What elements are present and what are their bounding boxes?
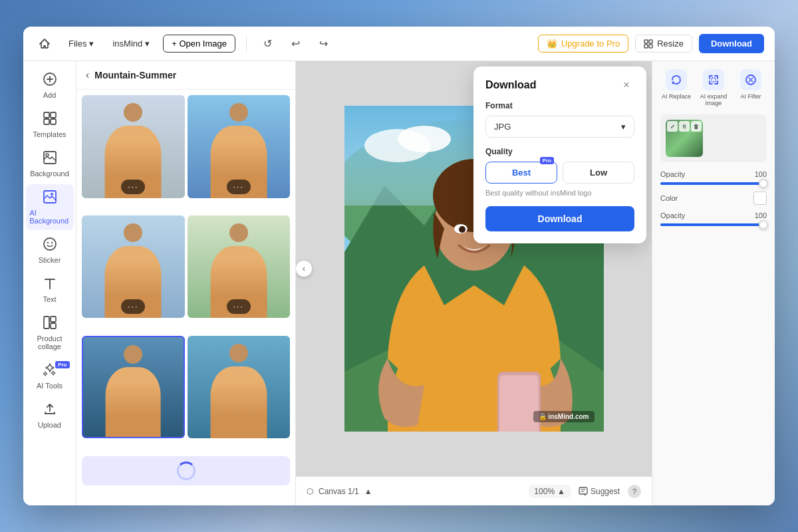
sidebar-item-label: Text <box>43 295 56 303</box>
rotate-button[interactable]: ↺ <box>257 34 277 54</box>
upgrade-to-pro-button[interactable]: 👑 Upgrade to Pro <box>538 35 628 53</box>
svg-rect-0 <box>644 40 648 43</box>
copy-thumb-icon[interactable]: ⎘ <box>679 121 690 132</box>
sidebar-item-label: Add <box>43 91 57 99</box>
sidebar-item-label: AI Background <box>30 209 70 225</box>
undo-button[interactable]: ↩ <box>285 34 305 54</box>
list-item[interactable] <box>188 336 291 439</box>
zoom-control[interactable]: 100% ▲ <box>529 485 571 498</box>
color-label: Color <box>660 194 678 202</box>
modal-body: Format JPG ▾ Quality Pro Best <box>473 101 646 243</box>
ai-replace-icon <box>666 69 687 90</box>
opacity-slider-1[interactable] <box>660 182 767 185</box>
panel-title: Mountain-Summer <box>94 70 176 80</box>
opacity-row-2: Opacity 100 <box>660 211 767 226</box>
text-icon <box>43 276 57 293</box>
color-opacity-label: Opacity 100 <box>660 211 767 219</box>
sidebar-item-text[interactable]: Text <box>26 271 74 309</box>
svg-point-12 <box>46 154 49 156</box>
ismind-nav[interactable]: insMind ▾ <box>107 36 155 51</box>
sidebar-item-label: Upload <box>38 421 61 429</box>
zoom-level: 100% <box>534 487 555 496</box>
quality-low-button[interactable]: Low <box>563 162 634 184</box>
list-item[interactable]: ··· <box>188 215 291 319</box>
sidebar-item-label: Background <box>30 170 69 178</box>
files-nav[interactable]: Files ▾ <box>63 36 99 51</box>
opacity-slider-fill <box>660 182 767 185</box>
color-swatch[interactable] <box>753 192 767 205</box>
zoom-chevron-icon: ▲ <box>557 487 565 496</box>
sidebar-item-ai-tools[interactable]: Pro AI Tools <box>26 357 74 395</box>
color-opacity-slider[interactable] <box>660 223 767 226</box>
panel-collapse-button[interactable]: ‹ <box>296 261 312 277</box>
modal-title: Download <box>485 79 536 91</box>
list-item[interactable]: ··· <box>82 95 185 198</box>
sidebar-item-ai-background[interactable]: AI Background <box>26 184 74 230</box>
overlay-dots: ··· <box>121 299 145 314</box>
add-icon <box>43 72 57 88</box>
svg-rect-19 <box>44 317 49 329</box>
list-item[interactable]: ··· <box>82 215 185 319</box>
svg-rect-3 <box>649 45 652 48</box>
download-header-button[interactable]: Download <box>699 34 764 53</box>
svg-point-16 <box>51 242 52 243</box>
overlay-dots: ··· <box>227 180 251 194</box>
quality-best-button[interactable]: Pro Best <box>485 162 557 184</box>
opacity-label: Opacity 100 <box>660 170 767 178</box>
svg-point-15 <box>47 242 48 243</box>
opacity-slider-thumb[interactable] <box>759 179 768 188</box>
color-row: Color <box>660 192 767 205</box>
redo-button[interactable]: ↪ <box>313 34 333 54</box>
ai-tools-row: AI Replace AI expand image <box>660 69 767 106</box>
canvas-footer-left: ⬡ Canvas 1/1 ▲ <box>307 487 372 496</box>
list-item[interactable] <box>82 336 185 439</box>
svg-rect-7 <box>44 112 49 118</box>
svg-point-34 <box>459 226 466 233</box>
layers-icon[interactable]: ⬡ <box>307 487 313 496</box>
ai-replace-tool[interactable]: AI Replace <box>660 69 692 106</box>
resize-thumb-icon[interactable]: ⤢ <box>667 121 678 132</box>
quality-hint: Best quality without insMind logo <box>485 189 634 197</box>
upload-icon <box>43 402 57 418</box>
suggest-button[interactable]: Suggest <box>579 487 620 496</box>
resize-button[interactable]: Resize <box>635 35 692 53</box>
sidebar-item-label: AI Tools <box>37 382 63 390</box>
background-thumbnail[interactable]: ⤢ ⎘ 🗑 <box>666 120 703 157</box>
header-left: Files ▾ insMind ▾ + Open Image ↺ ↩ ↪ <box>34 33 530 55</box>
svg-rect-2 <box>644 45 648 48</box>
format-select[interactable]: JPG ▾ <box>485 116 634 138</box>
ai-filter-tool[interactable]: AI Filter <box>735 69 767 106</box>
panel-grid: ··· ··· ··· ··· <box>76 90 295 505</box>
help-button[interactable]: ? <box>628 485 641 498</box>
left-panel: ‹ Mountain-Summer ··· ··· <box>76 61 296 505</box>
sidebar-item-background[interactable]: Background <box>26 145 74 183</box>
pro-badge: Pro <box>55 361 69 368</box>
sidebar-item-upload[interactable]: Upload <box>26 396 74 434</box>
templates-icon <box>43 111 57 128</box>
sidebar-item-product-collage[interactable]: Product collage <box>26 310 74 356</box>
color-opacity-slider-thumb[interactable] <box>759 220 768 229</box>
quality-options: Pro Best Low <box>485 162 634 184</box>
right-panel: AI Replace AI expand image <box>652 61 775 505</box>
modal-close-button[interactable]: × <box>618 77 634 93</box>
delete-thumb-icon[interactable]: 🗑 <box>691 121 702 132</box>
canvas-footer-right: 100% ▲ Suggest ? <box>529 485 641 498</box>
color-opacity-slider-fill <box>660 223 767 226</box>
toolbar-divider <box>246 36 247 52</box>
panel-back-button[interactable]: ‹ <box>86 69 89 81</box>
app-window: Files ▾ insMind ▾ + Open Image ↺ ↩ ↪ 👑 U… <box>23 27 775 505</box>
open-image-button[interactable]: + Open Image <box>163 35 235 53</box>
sidebar-item-templates[interactable]: Templates <box>26 106 74 144</box>
sidebar-item-add[interactable]: Add <box>26 66 74 104</box>
ai-expand-icon <box>703 69 724 90</box>
sticker-icon <box>43 237 57 253</box>
sidebar-item-sticker[interactable]: Sticker <box>26 231 74 269</box>
ai-expand-tool[interactable]: AI expand image <box>698 69 730 106</box>
pro-tag: Pro <box>540 157 554 164</box>
home-button[interactable] <box>34 33 55 55</box>
list-item[interactable]: ··· <box>188 95 291 198</box>
format-label: Format <box>485 101 634 110</box>
canvas-content[interactable]: 🔒 insMind.com ‹ Download × Format JPG ▾ <box>296 61 652 476</box>
modal-download-button[interactable]: Download <box>485 206 634 231</box>
loading-indicator <box>82 456 290 485</box>
